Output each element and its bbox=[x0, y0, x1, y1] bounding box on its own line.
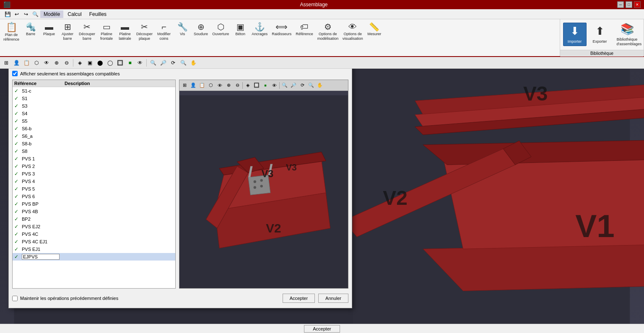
list-item[interactable]: ✓S1-c bbox=[13, 87, 175, 95]
vt-minus-icon[interactable]: ⊖ bbox=[62, 58, 71, 67]
ribbon-btn-vis[interactable]: 🔧 Vis bbox=[174, 21, 191, 54]
list-item[interactable]: ✓S6_a bbox=[13, 132, 175, 140]
pt-box-icon[interactable]: ◈ bbox=[244, 81, 252, 90]
list-item[interactable]: ✓S3 bbox=[13, 102, 175, 110]
bottom-accept-button[interactable]: Accepter bbox=[304, 325, 340, 333]
pt-layers-icon[interactable]: 🔲 bbox=[252, 81, 261, 90]
list-item[interactable]: ✓PVS 6 bbox=[13, 193, 175, 200]
main-area: ⊞ 👤 📋 ⬡ 👁 ⊕ ⊖ ◈ ▣ ⬤ ◯ 🔲 ■ 👁 🔍 🔎 ⟳ 🔍 ✋ bbox=[0, 57, 644, 324]
pt-plus-icon[interactable]: ⊕ bbox=[224, 81, 233, 90]
ribbon-btn-plaque[interactable]: ▬ Plaque bbox=[40, 21, 58, 54]
close-button[interactable]: ✕ bbox=[634, 1, 641, 8]
menu-item-calcul[interactable]: Calcul bbox=[64, 10, 85, 18]
minimize-button[interactable]: ─ bbox=[617, 1, 624, 8]
pt-grid-icon[interactable]: ⊞ bbox=[180, 81, 189, 90]
ribbon-btn-options-visualisation[interactable]: 👁 Options devisualisation bbox=[341, 21, 365, 54]
search-icon[interactable]: 🔍 bbox=[31, 10, 39, 18]
vt-box-icon[interactable]: ◈ bbox=[75, 58, 84, 67]
pt-person-icon[interactable]: 👤 bbox=[189, 81, 197, 90]
vt-zoom-in-icon[interactable]: 🔍 bbox=[148, 58, 158, 67]
ribbon-btn-options-modelisation[interactable]: ⚙ Options demodélisation bbox=[316, 21, 340, 54]
list-item[interactable]: ✓S4 bbox=[13, 110, 175, 117]
save-icon[interactable]: 💾 bbox=[3, 10, 12, 18]
ribbon-btn-importer[interactable]: ⬇ Importer bbox=[563, 23, 587, 46]
ribbon-btn-barre[interactable]: 🔩 Barre bbox=[22, 21, 39, 54]
vt-copy-icon[interactable]: 📋 bbox=[22, 58, 31, 67]
list-item[interactable]: ✓S1 bbox=[13, 95, 175, 102]
list-item[interactable]: ✓PVS 4C EJ1 bbox=[13, 238, 175, 245]
vt-person-icon[interactable]: 👤 bbox=[12, 58, 21, 67]
ribbon-btn-raidisseurs[interactable]: ⟺ Raidisseurs bbox=[270, 21, 293, 54]
dialog-cancel-button[interactable]: Annuler bbox=[318, 294, 348, 303]
vt-circle-icon[interactable]: ◯ bbox=[105, 58, 114, 67]
ribbon-btn-bibliotheque[interactable]: 📚 Bibliothèqued'assemblages bbox=[613, 21, 641, 48]
ribbon-btn-ajuster-barre[interactable]: ⊞ Ajusterbarre bbox=[59, 21, 76, 54]
undo-icon[interactable]: ↩ bbox=[13, 10, 21, 18]
maximize-button[interactable]: □ bbox=[626, 1, 632, 8]
ribbon-btn-ancrages[interactable]: ⚓ Ancrages bbox=[250, 21, 269, 54]
list-item[interactable]: ✓PVS EJ2 bbox=[13, 223, 175, 230]
list-item[interactable]: ✓PVS 4B bbox=[13, 208, 175, 215]
compatible-checkbox[interactable] bbox=[12, 71, 18, 76]
dialog-accept-button[interactable]: Accepter bbox=[283, 294, 315, 303]
list-item[interactable]: ✓S8 bbox=[13, 147, 175, 155]
ribbon-btn-plan-reference[interactable]: 📋 Plan deréférence bbox=[2, 21, 21, 54]
vt-filled-icon[interactable]: ▣ bbox=[85, 58, 94, 67]
menu-item-feuilles[interactable]: Feuilles bbox=[86, 10, 110, 18]
pt-pan-icon[interactable]: ✋ bbox=[316, 81, 324, 90]
list-item[interactable]: ✓PVS 3 bbox=[13, 170, 175, 178]
pt-zoom-out-icon[interactable]: 🔎 bbox=[289, 81, 298, 90]
pt-eye-icon[interactable]: 👁 bbox=[216, 81, 224, 90]
pt-eye2-icon[interactable]: 👁 bbox=[270, 81, 278, 90]
list-item[interactable]: ✓PVS 1 bbox=[13, 155, 175, 163]
list-item[interactable]: ✓PVS 4 bbox=[13, 178, 175, 185]
list-item[interactable]: ✓S6-b bbox=[13, 125, 175, 132]
ribbon-btn-beton[interactable]: ▣ Béton bbox=[231, 21, 249, 54]
vt-zoom-fit-icon[interactable]: 🔍 bbox=[179, 58, 188, 67]
viewport[interactable]: ⊞ 👤 📋 ⬡ 👁 ⊕ ⊖ ◈ ▣ ⬤ ◯ 🔲 ■ 👁 🔍 🔎 ⟳ 🔍 ✋ bbox=[0, 57, 644, 324]
list-item[interactable]: ✓ bbox=[13, 253, 175, 261]
pt-rotate-icon[interactable]: ⟳ bbox=[298, 81, 306, 90]
vt-green-icon[interactable]: ■ bbox=[125, 58, 135, 67]
list-item[interactable]: ✓PVS 5 bbox=[13, 185, 175, 193]
ribbon-btn-exporter[interactable]: ⬆ Exporter bbox=[588, 23, 612, 46]
vt-rotate-icon[interactable]: ⟳ bbox=[169, 58, 178, 67]
list-item[interactable]: ✓PVS EJ1 bbox=[13, 245, 175, 253]
assembly-preview[interactable]: ⊞ 👤 📋 ⬡ 👁 ⊕ ⊖ ◈ 🔲 ■ 👁 bbox=[179, 80, 348, 289]
ribbon-btn-modifier-coins[interactable]: ⌐ Modifiercoins bbox=[155, 21, 173, 54]
list-item[interactable]: ✓S8-b bbox=[13, 140, 175, 147]
vt-hex-icon[interactable]: ⬡ bbox=[32, 58, 41, 67]
vt-plus-circle-icon[interactable]: ⊕ bbox=[52, 58, 61, 67]
list-item[interactable]: ✓BP2 bbox=[13, 215, 175, 223]
pt-zoom-in-icon[interactable]: 🔍 bbox=[280, 81, 289, 90]
ribbon-btn-reference[interactable]: 🏷 Référence bbox=[294, 21, 315, 54]
list-item[interactable]: ✓PVS 4C bbox=[13, 230, 175, 238]
ribbon-btn-decouper-plaque[interactable]: ✂ Découperplaque bbox=[135, 21, 154, 54]
vt-pan-icon[interactable]: ✋ bbox=[189, 58, 198, 67]
vt-eye-icon[interactable]: 👁 bbox=[42, 58, 51, 67]
ribbon-btn-decouper-barre[interactable]: ✂ Découperbarre bbox=[77, 21, 97, 54]
ribbon-btn-mesurer[interactable]: 📏 Mesurer bbox=[366, 21, 383, 54]
vt-eye2-icon[interactable]: 👁 bbox=[135, 58, 145, 67]
redo-icon[interactable]: ↪ bbox=[22, 10, 30, 18]
ribbon-btn-platine-frontale[interactable]: ▭ Platinefrontale bbox=[98, 21, 115, 54]
list-item[interactable]: ✓S5 bbox=[13, 117, 175, 125]
vt-grid-icon[interactable]: ⊞ bbox=[2, 58, 11, 67]
pt-copy-icon[interactable]: 📋 bbox=[198, 81, 206, 90]
list-item[interactable]: ✓PVS BP bbox=[13, 200, 175, 208]
vt-layers-icon[interactable]: 🔲 bbox=[115, 58, 125, 67]
vt-zoom-out-icon[interactable]: 🔎 bbox=[158, 58, 168, 67]
menu-item-modele[interactable]: Modèle bbox=[40, 10, 63, 18]
vt-dot-icon[interactable]: ⬤ bbox=[95, 58, 104, 67]
ribbon-btn-platine-laterale[interactable]: ▬ Platinelatérale bbox=[116, 21, 134, 54]
pt-hex-icon[interactable]: ⬡ bbox=[207, 81, 215, 90]
ribbon-btn-soudure[interactable]: ⊕ Soudure bbox=[192, 21, 210, 54]
list-item-edit-input[interactable] bbox=[22, 254, 60, 260]
list-item[interactable]: ✓PVS 2 bbox=[13, 163, 175, 170]
pt-minus-icon[interactable]: ⊖ bbox=[233, 81, 242, 90]
pt-zoom-fit-icon[interactable]: 🔍 bbox=[307, 81, 315, 90]
ribbon-btn-ouverture[interactable]: ⬡ Ouverture bbox=[210, 21, 231, 54]
maintain-ops-checkbox[interactable] bbox=[12, 296, 18, 301]
assembly-list-body[interactable]: ✓S1-c✓S1✓S3✓S4✓S5✓S6-b✓S6_a✓S8-b✓S8✓PVS … bbox=[13, 87, 175, 288]
pt-green-icon[interactable]: ■ bbox=[261, 81, 270, 90]
